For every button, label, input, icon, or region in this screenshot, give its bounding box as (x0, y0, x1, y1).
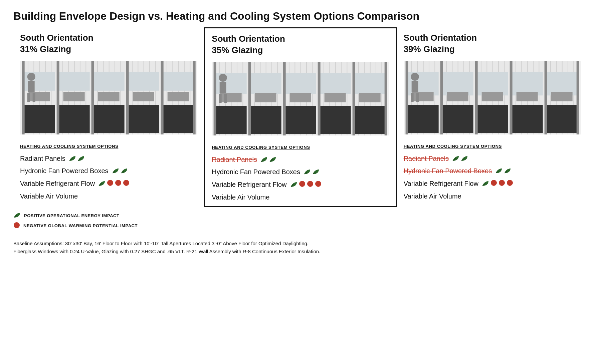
leaf-icon (495, 168, 503, 174)
leaf-icon (312, 169, 320, 175)
facade-col-31 (20, 61, 197, 134)
svg-rect-46 (133, 92, 154, 101)
svg-rect-34 (29, 92, 50, 101)
icons-row-col-31-2 (98, 179, 130, 188)
svg-rect-114 (359, 93, 381, 102)
columns-wrapper: South Orientation31% Glazing HEATING AND… (13, 32, 588, 202)
footnote: Baseline Assumptions: 30' x30' Bay, 16' … (13, 240, 588, 256)
svg-rect-101 (248, 62, 251, 135)
red-dot-icon (123, 179, 130, 188)
column-heading-col-39: South Orientation39% Glazing (404, 32, 581, 55)
svg-point-52 (27, 73, 35, 81)
svg-rect-175 (546, 105, 577, 133)
leaf-icon (69, 155, 76, 161)
svg-rect-38 (63, 92, 85, 101)
svg-rect-31 (24, 105, 55, 133)
facade-col-39 (404, 61, 581, 134)
svg-rect-105 (283, 62, 286, 135)
svg-rect-181 (411, 81, 418, 92)
system-name-col-31-2: Variable Refrigerant Flow (20, 180, 95, 188)
svg-rect-99 (250, 106, 281, 134)
svg-rect-48 (163, 72, 194, 91)
svg-point-125 (299, 181, 305, 187)
svg-rect-113 (353, 62, 355, 135)
svg-rect-49 (161, 61, 164, 134)
svg-point-127 (315, 181, 321, 187)
svg-rect-50 (168, 92, 189, 101)
red-dot-icon (315, 180, 322, 189)
red-dot-icon (107, 179, 114, 188)
svg-rect-110 (325, 93, 346, 102)
system-item-col-39-0: Radiant Panels (404, 155, 581, 162)
svg-rect-104 (285, 73, 316, 94)
system-name-col-31-0: Radiant Panels (20, 155, 65, 162)
svg-rect-100 (250, 73, 281, 94)
red-dot-icon (490, 179, 497, 188)
svg-rect-35 (58, 105, 90, 133)
svg-rect-97 (214, 62, 216, 135)
column-col-31: South Orientation31% Glazing HEATING AND… (13, 32, 204, 202)
legend: POSITIVE OPERATIONAL ENERGY IMPACT NEGAT… (13, 212, 588, 230)
system-name-col-39-0: Radiant Panels (404, 155, 449, 162)
column-heading-col-35: South Orientation35% Glazing (212, 33, 389, 56)
svg-rect-109 (318, 62, 321, 135)
svg-rect-51 (193, 61, 196, 134)
leaf-icon (452, 155, 459, 161)
svg-rect-174 (516, 92, 538, 101)
system-name-col-35-0: Radiant Panels (212, 156, 257, 163)
svg-rect-161 (405, 61, 408, 134)
svg-rect-41 (91, 61, 94, 134)
system-name-col-35-2: Variable Refrigerant Flow (212, 181, 286, 189)
leaf-icon (461, 155, 468, 161)
svg-rect-171 (511, 105, 543, 133)
system-item-col-39-2: Variable Refrigerant Flow (404, 179, 581, 188)
svg-rect-106 (290, 93, 311, 102)
svg-rect-115 (385, 62, 387, 135)
svg-rect-170 (481, 92, 503, 101)
red-dot-icon (115, 179, 122, 188)
system-list-col-31: Radiant Panels Hydronic Fan Powered Boxe… (20, 155, 197, 200)
svg-rect-182 (411, 93, 413, 102)
svg-point-62 (115, 180, 121, 186)
icons-row-col-39-0 (452, 155, 468, 161)
icons-row-col-39-2 (482, 179, 513, 188)
system-label-col-39: HEATING AND COOLING SYSTEM OPTIONS (404, 144, 581, 149)
svg-rect-102 (255, 93, 276, 102)
system-label-col-35: HEATING AND COOLING SYSTEM OPTIONS (212, 145, 389, 150)
leaf-icon (77, 155, 85, 161)
leaf-icon (504, 168, 511, 174)
svg-rect-111 (354, 106, 386, 134)
legend-label: POSITIVE OPERATIONAL ENERGY IMPACT (24, 213, 119, 218)
svg-rect-162 (412, 92, 433, 101)
system-item-col-35-3: Variable Air Volume (212, 194, 389, 201)
svg-rect-40 (93, 72, 125, 91)
system-name-col-39-3: Variable Air Volume (404, 193, 461, 200)
svg-point-191 (507, 180, 513, 186)
svg-rect-33 (22, 61, 25, 134)
red-dot-icon (498, 179, 505, 188)
svg-rect-47 (163, 105, 194, 133)
column-col-39: South Orientation39% Glazing HEATING AND… (397, 32, 588, 202)
svg-rect-167 (476, 105, 508, 133)
system-item-col-31-3: Variable Air Volume (20, 193, 197, 200)
system-name-col-39-2: Variable Refrigerant Flow (404, 180, 478, 188)
red-dot-icon (507, 179, 513, 188)
svg-rect-107 (320, 106, 351, 134)
system-item-col-35-0: Radiant Panels (212, 156, 389, 163)
system-item-col-35-1: Hydronic Fan Powered Boxes (212, 168, 389, 176)
svg-rect-45 (126, 61, 129, 134)
svg-rect-179 (576, 61, 579, 134)
svg-rect-42 (98, 92, 120, 101)
facade-col-35 (212, 62, 389, 135)
svg-rect-159 (407, 105, 438, 133)
system-name-col-35-1: Hydronic Fan Powered Boxes (212, 168, 300, 176)
system-item-col-31-1: Hydronic Fan Powered Boxes (20, 167, 197, 175)
svg-rect-112 (354, 73, 386, 94)
svg-rect-166 (447, 92, 468, 101)
system-name-col-31-1: Hydronic Fan Powered Boxes (20, 167, 109, 175)
leaf-icon (112, 168, 119, 174)
leaf-icon (260, 156, 268, 162)
system-list-col-39: Radiant Panels Hydronic Fan Powered Boxe… (404, 155, 581, 200)
svg-rect-39 (93, 105, 125, 133)
svg-point-189 (491, 180, 497, 186)
